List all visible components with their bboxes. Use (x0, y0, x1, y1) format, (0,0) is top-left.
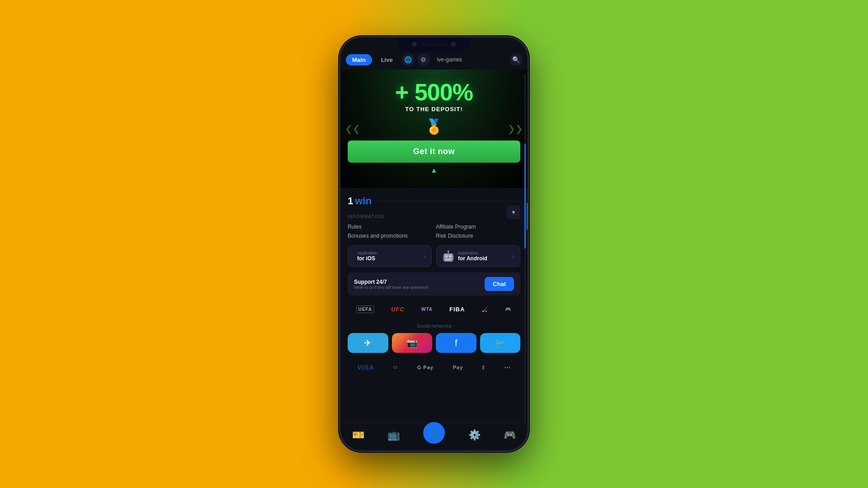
nav-live-games: ive-games (433, 54, 467, 65)
android-app-text: Application for Android (458, 251, 509, 262)
twitter-icon: 🐦 (495, 338, 506, 348)
partner-uefa: UEFA (356, 305, 375, 313)
telegram-button[interactable]: ✈ (348, 333, 388, 353)
scroll-content[interactable]: ❮❮ ❯❯ + 500% TO THE DEPOSIT! 🏅 Get it no… (340, 70, 528, 422)
payment-visa: VISA (357, 364, 374, 371)
support-subtitle: Write to us if you still have any questi… (354, 285, 480, 290)
facebook-button[interactable]: f (436, 333, 476, 353)
nav-icon-2[interactable]: ⚙ (417, 53, 430, 66)
ios-app-platform: for iOS (357, 255, 420, 262)
payment-crypto: ₿ (482, 365, 485, 370)
scroll-thumb (524, 144, 526, 249)
brand-win: win (355, 195, 372, 207)
expand-button[interactable]: ▼ (507, 206, 520, 219)
link-bonuses[interactable]: Bonuses and promotions (348, 233, 432, 239)
android-app-button[interactable]: 🤖 Application for Android › (436, 245, 520, 267)
promo-percent: + 500% (348, 79, 520, 106)
chevron-up-icon: ▲ (348, 166, 520, 174)
social-networks-label: Social networks (348, 323, 520, 328)
search-icon[interactable]: 🔍 (509, 53, 522, 66)
info-links: Rules Affiliate Program Bonuses and prom… (348, 224, 520, 239)
partner-wta: WTA (421, 307, 433, 312)
bottom-nav-games[interactable]: 🎮 (504, 429, 516, 441)
instagram-icon: 📷 (406, 338, 418, 348)
coin-stack-icon: 🏅 (348, 118, 520, 135)
payment-mastercard: ⬭ (393, 365, 398, 370)
link-rules[interactable]: Rules (348, 224, 432, 230)
telegram-icon: ✈ (364, 338, 372, 348)
android-icon: 🤖 (442, 250, 454, 262)
partner-ufc: UFC (391, 306, 405, 313)
bottom-nav-profile[interactable]: 👤 (423, 422, 445, 444)
payment-row: VISA ⬭ G Pay Pay ₿ ••• (348, 359, 520, 375)
footer-section: 1win INFORMATION ▼ Rules Affiliate Progr… (340, 188, 528, 383)
profile-icon: 👤 (427, 427, 441, 439)
nav-main-button[interactable]: Main (346, 54, 372, 66)
phone-screen: Main Live 🌐 ⚙ ive-games 🔍 ❮❮ ❯❯ + 500% T… (340, 38, 528, 450)
ios-app-label: Application (357, 251, 420, 255)
chevrons-left-icon: ❮❮ (345, 123, 360, 134)
social-row: ✈ 📷 f 🐦 (348, 333, 520, 353)
link-risk[interactable]: Risk Disclosure (436, 233, 520, 239)
instagram-button[interactable]: 📷 (392, 333, 433, 353)
partner-nhl: 🏒 (481, 306, 488, 312)
bottom-nav-tickets[interactable]: 🎫 (352, 429, 364, 441)
phone-mockup: Main Live 🌐 ⚙ ive-games 🔍 ❮❮ ❯❯ + 500% T… (339, 36, 529, 452)
nav-icon-1[interactable]: 🌐 (402, 53, 415, 66)
bottom-nav-live[interactable]: 📺 (387, 429, 400, 441)
partners-row: UEFA UFC WTA FIBA 🏒 🎮 (348, 301, 520, 318)
phone-notch (398, 38, 470, 51)
get-now-button[interactable]: Get it now (348, 141, 520, 163)
android-app-platform: for Android (458, 255, 509, 262)
info-section-label: INFORMATION (348, 214, 520, 219)
tickets-icon: 🎫 (352, 429, 364, 441)
android-app-label: Application (458, 251, 509, 255)
nav-live-button[interactable]: Live (375, 54, 399, 66)
speaker-bar (420, 43, 448, 46)
ios-arrow-icon: › (424, 253, 426, 260)
games-icon: 🎮 (504, 429, 516, 441)
support-bar: Support 24/7 Write to us if you still ha… (348, 272, 520, 296)
promo-banner: ❮❮ ❯❯ + 500% TO THE DEPOSIT! 🏅 Get it no… (340, 70, 528, 188)
app-buttons: Application for iOS › 🤖 Application for … (348, 245, 520, 267)
chat-button[interactable]: Chat (485, 277, 514, 291)
facebook-icon: f (455, 338, 458, 348)
payment-gpay: G Pay (417, 365, 434, 370)
brand-logo: 1win (348, 195, 520, 207)
camera-dot-2 (451, 42, 456, 47)
android-arrow-icon: › (512, 253, 514, 260)
ios-app-text: Application for iOS (357, 251, 420, 262)
link-affiliate[interactable]: Affiliate Program (436, 224, 520, 230)
brand-one: 1 (348, 195, 353, 207)
ios-app-button[interactable]: Application for iOS › (348, 245, 432, 267)
camera-dot (412, 42, 417, 47)
chevrons-right-icon: ❯❯ (508, 123, 523, 134)
payment-other: ••• (505, 365, 511, 370)
twitter-button[interactable]: 🐦 (480, 333, 521, 353)
right-accent (527, 203, 528, 230)
live-icon: 📺 (387, 429, 400, 441)
promo-subtitle: TO THE DEPOSIT! (348, 106, 520, 113)
support-title: Support 24/7 (354, 279, 480, 285)
settings-icon: ⚙️ (468, 429, 481, 441)
logo-divider (377, 201, 520, 202)
bottom-nav: 🎫 📺 👤 ⚙️ 🎮 (340, 422, 528, 450)
scroll-indicator (524, 74, 526, 423)
payment-apay: Pay (453, 365, 463, 370)
bottom-nav-settings[interactable]: ⚙️ (468, 429, 481, 441)
partner-fiba: FIBA (449, 306, 465, 313)
support-text: Support 24/7 Write to us if you still ha… (354, 279, 480, 290)
phone-frame: Main Live 🌐 ⚙ ive-games 🔍 ❮❮ ❯❯ + 500% T… (339, 36, 529, 452)
partner-esports: 🎮 (505, 306, 512, 312)
